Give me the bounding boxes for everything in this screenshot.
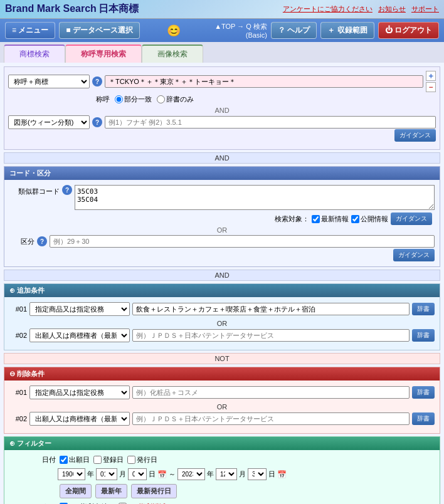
similar-code-label: 類似群コード bbox=[9, 185, 60, 196]
breadcrumb: ▲TOP → Q 検索(Basic) bbox=[207, 22, 267, 39]
not-connector: NOT bbox=[4, 353, 440, 364]
tab-image[interactable]: 画像検索 bbox=[142, 45, 203, 63]
menu-button[interactable]: ≡ メニュー bbox=[5, 22, 55, 39]
add-cond-input-2[interactable] bbox=[132, 329, 410, 342]
top-header: Brand Mark Search 日本商標 アンケートにご協力ください お知ら… bbox=[0, 0, 444, 19]
help-button[interactable]: ？ ヘルプ bbox=[271, 22, 317, 39]
vienna-help-icon[interactable]: ? bbox=[92, 117, 102, 127]
from-year-label: 年 bbox=[87, 470, 94, 479]
add-condition-row-1: #01 指定商品又は指定役務 辞書 bbox=[9, 302, 435, 316]
to-day-label: 日 bbox=[268, 470, 275, 479]
minus-button[interactable]: － bbox=[426, 82, 436, 92]
to-calendar-icon[interactable]: 📅 bbox=[277, 470, 287, 479]
alldate-button[interactable]: 全期間 bbox=[60, 484, 92, 498]
date-buttons-row: 全期間 最新年 最新発行日 bbox=[12, 484, 432, 498]
from-month-label: 月 bbox=[119, 470, 126, 479]
guidance-button-1[interactable]: ガイダンス bbox=[394, 129, 436, 142]
remove-conditions-header: ⊖ 削除条件 bbox=[4, 367, 440, 381]
or-connector-add: OR bbox=[9, 318, 435, 328]
search-type-help-icon[interactable]: ? bbox=[92, 76, 102, 87]
similar-code-textarea[interactable]: 35C03 35C04 bbox=[75, 185, 435, 210]
vienna-row: 図形(ウィーン分類) ? ガイダンス bbox=[8, 115, 436, 142]
search-main-input[interactable] bbox=[105, 75, 423, 88]
sub-options: 称呼 部分一致 辞書のみ bbox=[96, 95, 436, 104]
tab-phonetic[interactable]: 称呼専用検索 bbox=[65, 45, 142, 63]
filter-content: 日付 出願日 登録日 発行日 1900 年 01 bbox=[4, 450, 440, 504]
remove-dict-btn-1[interactable]: 辞書 bbox=[412, 386, 435, 399]
date-label: 日付 bbox=[12, 455, 56, 465]
add-conditions-header: ⊕ 追加条件 bbox=[4, 284, 440, 297]
division-input[interactable] bbox=[50, 235, 435, 248]
remove-conditions-content: #01 指定商品又は指定役務 辞書 OR #02 出願人又は商標権者（最新情報）… bbox=[4, 381, 440, 433]
add-cond-select-1[interactable]: 指定商品又は指定役務 bbox=[29, 302, 130, 316]
code-section: コード・区分 類似群コード ? 35C03 35C04 検索対象： 最新情報 公… bbox=[4, 166, 440, 267]
add-cond-select-2[interactable]: 出願人又は商標権者（最新情報） bbox=[29, 328, 130, 342]
header-links: アンケートにご協力ください お知らせ サポート bbox=[279, 4, 439, 14]
remove-cond-input-1[interactable] bbox=[132, 386, 410, 399]
division-label: 区分 bbox=[9, 237, 34, 246]
add-condition-row-2: #02 出願人又は商標権者（最新情報） 辞書 bbox=[9, 328, 435, 342]
similar-code-help-icon[interactable]: ? bbox=[62, 185, 72, 195]
radio-partial[interactable]: 部分一致 bbox=[115, 95, 152, 104]
search-type-select[interactable]: 称呼＋商標 称呼のみ 商標のみ bbox=[8, 75, 90, 88]
filed-date-checkbox[interactable]: 出願日 bbox=[60, 455, 90, 465]
similar-code-row: 類似群コード ? 35C03 35C04 bbox=[9, 185, 435, 210]
guidance-button-division[interactable]: ガイダンス bbox=[393, 249, 435, 261]
guidance-button-similar[interactable]: ガイダンス bbox=[391, 213, 432, 225]
remove-cond-num-1: #01 bbox=[9, 389, 27, 396]
add-conditions-content: #01 指定商品又は指定役務 辞書 OR #02 出願人又は商標権者（最新情報）… bbox=[4, 297, 440, 350]
or-connector-remove: OR bbox=[9, 402, 435, 412]
to-year-select[interactable]: 2023 bbox=[177, 468, 205, 480]
main-body: 称呼＋商標 称呼のみ 商標のみ ? ＋ － 称呼 部分一致 辞書のみ AND bbox=[0, 63, 444, 504]
remove-cond-input-2[interactable] bbox=[132, 412, 410, 425]
remove-condition-row-1: #01 指定商品又は指定役務 辞書 bbox=[9, 386, 435, 399]
from-year-select[interactable]: 1900 bbox=[58, 468, 85, 480]
registered-date-checkbox[interactable]: 登録日 bbox=[93, 455, 124, 465]
remove-cond-select-2[interactable]: 出願人又は商標権者（最新情報） bbox=[29, 412, 130, 426]
issued-date-checkbox[interactable]: 発行日 bbox=[127, 455, 157, 465]
filter-section: ⊕ フィルター 日付 出願日 登録日 発行日 1900 bbox=[4, 436, 440, 504]
from-month-select[interactable]: 01 bbox=[96, 468, 117, 480]
from-day-select[interactable]: 0 bbox=[128, 468, 147, 480]
survey-link[interactable]: アンケートにご協力ください bbox=[283, 5, 373, 13]
remove-dict-btn-2[interactable]: 辞書 bbox=[412, 412, 435, 425]
support-link[interactable]: サポート bbox=[411, 5, 439, 13]
add-dict-btn-2[interactable]: 辞書 bbox=[412, 329, 435, 342]
code-section-content: 類似群コード ? 35C03 35C04 検索対象： 最新情報 公開情報 ガイダ… bbox=[4, 180, 440, 266]
news-link[interactable]: お知らせ bbox=[378, 5, 406, 13]
latest-pub-button[interactable]: 最新発行日 bbox=[131, 484, 177, 498]
filter-header: ⊕ フィルター bbox=[4, 437, 440, 450]
site-title: Brand Mark Search 日本商標 bbox=[5, 3, 139, 16]
division-row: 区分 ? ガイダンス bbox=[9, 235, 435, 261]
tab-trademark[interactable]: 商標検索 bbox=[4, 45, 65, 63]
logout-button[interactable]: ⏻ ログアウト bbox=[378, 22, 439, 39]
radio-dict[interactable]: 辞書のみ bbox=[157, 95, 194, 104]
date-separator: ～ bbox=[169, 470, 176, 479]
trademark-search-area: 称呼＋商標 称呼のみ 商標のみ ? ＋ － 称呼 部分一致 辞書のみ AND bbox=[4, 66, 440, 150]
and-connector-1: AND bbox=[4, 152, 440, 164]
plus-button[interactable]: ＋ bbox=[426, 71, 436, 81]
to-year-label: 年 bbox=[207, 470, 214, 479]
latest-year-button[interactable]: 最新年 bbox=[95, 484, 127, 498]
sub-label: 称呼 bbox=[96, 95, 110, 104]
remove-cond-select-1[interactable]: 指定商品又は指定役務 bbox=[29, 386, 130, 399]
add-cond-num-2: #02 bbox=[9, 332, 27, 339]
from-day-label: 日 bbox=[149, 470, 156, 479]
division-help-icon[interactable]: ? bbox=[37, 236, 47, 246]
code-section-header: コード・区分 bbox=[4, 167, 440, 180]
add-dict-btn-1[interactable]: 辞書 bbox=[412, 303, 435, 315]
add-cond-input-1[interactable] bbox=[132, 303, 410, 315]
date-range-row: 1900 年 01 月 0 日 📅 ～ 2023 年 12 bbox=[12, 468, 432, 480]
public-info-checkbox[interactable]: 公開情報 bbox=[351, 214, 388, 224]
to-month-select[interactable]: 12 bbox=[216, 468, 237, 480]
vienna-select[interactable]: 図形(ウィーン分類) bbox=[8, 115, 90, 129]
to-month-label: 月 bbox=[239, 470, 246, 479]
to-day-select[interactable]: 31 bbox=[248, 468, 267, 480]
search-tabs: 商標検索 称呼専用検索 画像検索 bbox=[0, 42, 444, 63]
latest-info-checkbox[interactable]: 最新情報 bbox=[312, 214, 349, 224]
search-target-row: 検索対象： 最新情報 公開情報 ガイダンス bbox=[62, 213, 435, 225]
collection-button[interactable]: ＋ 収録範囲 bbox=[320, 22, 374, 39]
from-calendar-icon[interactable]: 📅 bbox=[157, 470, 167, 479]
vienna-input[interactable] bbox=[105, 116, 436, 129]
database-select-button[interactable]: ■ データベース選択 bbox=[59, 22, 140, 39]
